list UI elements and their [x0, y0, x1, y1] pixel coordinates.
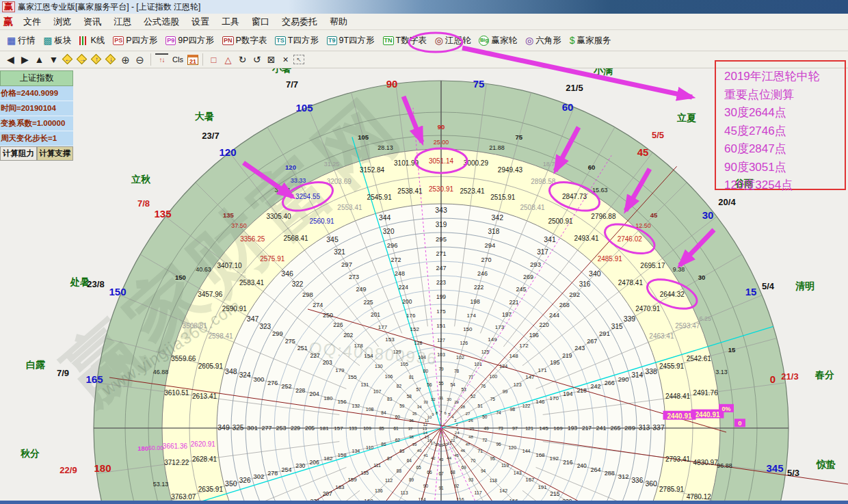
outer-price: 3051.14: [429, 157, 454, 165]
tool-close-box[interactable]: ⊠: [265, 53, 278, 66]
inner-price: 2500.91: [548, 217, 573, 225]
info-row: 时间=20190104: [0, 101, 73, 116]
tool-rotate-ccw[interactable]: ↺: [250, 53, 263, 66]
tool-scale-tool[interactable]: ×: [279, 53, 292, 66]
menu-item[interactable]: 浏览: [47, 16, 77, 28]
toolbar-button-label: 江恩轮: [445, 35, 471, 47]
spiral-number: 33: [423, 400, 428, 404]
tool-cls-button[interactable]: Cls: [170, 53, 186, 66]
spiral-number: 150: [463, 326, 473, 332]
ring-angle-label: 135: [223, 211, 235, 219]
outer-price: 2746.02: [618, 235, 643, 243]
spiral-number: 313: [639, 424, 650, 432]
tool-shift-left[interactable]: ←: [62, 53, 75, 66]
tool-draw-triangle[interactable]: △: [222, 53, 235, 66]
tool-nav-down[interactable]: ▼: [47, 53, 60, 66]
spiral-number: 105: [400, 362, 408, 367]
spiral-number: 129: [393, 349, 401, 354]
tool-nav-next[interactable]: ▶: [18, 53, 31, 66]
symbol-title: 上证指数: [0, 70, 73, 86]
spiral-number: 136: [375, 488, 383, 493]
spiral-number: 295: [436, 235, 447, 243]
toolbar-button-gann-wheel[interactable]: ◎江恩轮: [434, 34, 473, 47]
tool-nav-prev[interactable]: ◀: [4, 53, 17, 66]
toolbar-button-t-number-table[interactable]: TNT数字表: [382, 34, 428, 47]
spiral-number: 79: [438, 367, 444, 371]
spiral-number: 62: [395, 438, 401, 442]
spiral-number: 118: [490, 478, 497, 483]
spiral-number: 323: [259, 323, 271, 330]
menu-item[interactable]: 窗口: [246, 16, 276, 28]
spiral-number: 146: [535, 399, 545, 405]
toolbar-button-winner-service[interactable]: $赢家服务: [568, 34, 613, 47]
spiral-number: 220: [540, 321, 549, 328]
tool-zoom-out[interactable]: ⊖: [133, 53, 146, 66]
toolbar-button-9t-square[interactable]: T99T四方形: [326, 34, 376, 47]
toolbar-button-label: 赢家轮: [491, 35, 517, 47]
degree-label: 75: [473, 78, 485, 90]
spiral-number: 128: [414, 341, 423, 345]
menu-item[interactable]: 江恩: [107, 16, 137, 28]
spiral-number: 207: [323, 490, 332, 497]
calc-resistance-button[interactable]: 计算阻力: [0, 146, 37, 161]
spiral-number: 230: [295, 462, 305, 469]
percent-highlight: 0%: [721, 406, 730, 412]
outer-price: 3508.81: [183, 322, 208, 330]
spiral-number: 26: [468, 419, 473, 423]
spiral-number: 35: [412, 412, 417, 416]
tool-shift-down[interactable]: ↓: [105, 53, 118, 66]
outer-price: 2695.17: [640, 262, 665, 269]
spiral-number: 158: [337, 452, 347, 458]
spiral-number: 76: [481, 384, 486, 388]
tool-calendar[interactable]: 21: [187, 55, 198, 65]
menu-item[interactable]: 工具: [215, 16, 246, 28]
menu-item[interactable]: 帮助: [323, 16, 354, 28]
toolbar-button-t-square[interactable]: TST四方形: [274, 34, 320, 47]
menu-bar: 赢 文件浏览资讯江恩公式选股设置工具窗口交易委托帮助: [0, 14, 848, 30]
spiral-number: 67: [438, 471, 444, 476]
toolbar-button-sectors[interactable]: ▩板块: [42, 34, 72, 47]
spiral-number: 88: [397, 468, 402, 473]
spiral-number: 134: [352, 449, 360, 453]
outer-price: 3254.55: [295, 193, 321, 200]
inner-price: 2583.41: [239, 279, 265, 287]
spiral-number: 347: [247, 315, 259, 323]
spiral-number: 275: [285, 338, 295, 345]
sectors-icon: ▩: [43, 36, 52, 45]
toolbar-button-9p-square[interactable]: P99P四方形: [164, 34, 215, 47]
toolbar-button-winner-wheel[interactable]: Big赢家轮: [477, 34, 518, 47]
app-logo-icon: 赢: [2, 1, 15, 12]
spiral-number: 39: [412, 442, 417, 447]
calc-support-button[interactable]: 计算支撑: [37, 146, 74, 161]
spiral-number: 249: [356, 286, 366, 293]
spiral-number: 112: [385, 478, 393, 483]
inner-price: 2485.91: [598, 255, 623, 263]
solar-term-label: 春分: [814, 369, 834, 380]
tool-select-tool[interactable]: ↖: [293, 55, 304, 64]
tool-zoom-in[interactable]: ⊕: [119, 53, 132, 66]
menu-item[interactable]: 交易委托: [276, 16, 323, 28]
tool-t-range[interactable]: ↑↓: [155, 53, 168, 66]
degree-label: 0: [770, 373, 776, 385]
toolbar-button-quotes[interactable]: ▦行情: [5, 34, 36, 47]
menu-item[interactable]: 资讯: [77, 16, 107, 28]
menu-item[interactable]: 公式选股: [137, 16, 185, 28]
toolbar-button-p-number-table[interactable]: PNP数字表: [221, 34, 268, 47]
toolbar-button-kline[interactable]: K线: [78, 34, 106, 47]
toolbar-button-hexagon[interactable]: ◎六角形: [524, 34, 563, 47]
toolbar-button-p-square[interactable]: PSP四方形: [111, 34, 159, 47]
menu-item[interactable]: 设置: [185, 16, 215, 28]
tool-draw-rect[interactable]: □: [207, 53, 220, 66]
menu-item[interactable]: 文件: [17, 16, 47, 28]
spiral-number: 45: [454, 453, 459, 457]
spiral-number: 36: [409, 419, 414, 423]
spiral-number: 321: [334, 248, 345, 256]
tool-shift-up[interactable]: ↑: [90, 53, 103, 66]
shift-left-icon: ←: [62, 53, 75, 66]
tool-shift-right[interactable]: →: [76, 53, 89, 66]
tool-rotate-cw[interactable]: ↻: [236, 53, 249, 66]
tool-nav-up[interactable]: ▲: [33, 53, 46, 66]
degree-label: 165: [85, 373, 103, 385]
spiral-number: 28: [460, 405, 465, 409]
spiral-number: 81: [409, 375, 414, 380]
